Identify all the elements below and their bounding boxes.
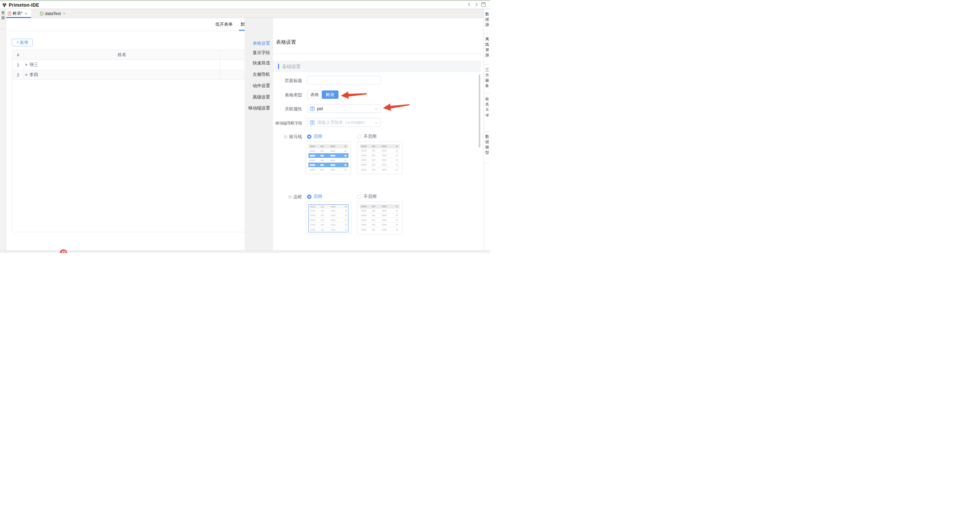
radio-selected-icon	[307, 135, 312, 139]
annotation-arrow-table-type	[340, 89, 367, 100]
editor-tab-bar: 树表* × dataTest ×	[6, 9, 490, 18]
row-index: 1	[12, 60, 24, 70]
radio-label: 启用	[313, 134, 322, 140]
column-header-index: #	[12, 50, 24, 59]
zebra-radio-on[interactable]: 启用	[307, 134, 322, 140]
tab-label: dataTest	[45, 11, 61, 16]
table-type-option-table[interactable]: 表格	[307, 91, 322, 99]
radio-label: 不启用	[363, 194, 377, 200]
database-icon	[40, 11, 44, 16]
nav-forward-icon[interactable]	[474, 2, 479, 7]
field-type-icon: T	[310, 121, 314, 125]
right-rail-item-namedsql: 命名Sql	[484, 94, 490, 132]
radio-unselected-icon	[357, 135, 361, 139]
column-header-empty	[220, 50, 245, 59]
section-basic-settings: 基础设置	[273, 61, 481, 72]
menu-quick-filter[interactable]: 快速筛选	[253, 60, 270, 66]
gear-icon: ⚙	[288, 194, 292, 199]
menu-mobile-settings[interactable]: 移动端设置	[248, 105, 270, 111]
row-index: 2	[12, 70, 24, 80]
radio-label: 不启用	[363, 134, 377, 140]
table-row[interactable]: 2 李四	[12, 70, 245, 80]
tab-label: 树表*	[13, 11, 23, 16]
nav-back-icon[interactable]	[467, 2, 472, 7]
menu-advanced[interactable]: 高级设置	[253, 94, 270, 100]
border-label-text: 边框	[293, 194, 302, 200]
table-type-segmented: 表格 树表	[307, 91, 339, 99]
page-title-input[interactable]	[307, 76, 381, 84]
right-rail: 数据源 离线资源 三方服务 命名Sql 数据模型	[484, 9, 490, 253]
zebra-radio-off[interactable]: 不启用	[357, 134, 377, 140]
cell-name: 张三	[29, 62, 38, 68]
rail-label[interactable]: 离线资源	[485, 37, 489, 64]
relation-value: pid	[317, 106, 323, 111]
right-rail-item-thirdparty: 三方服务	[484, 65, 490, 94]
table-type-option-tree[interactable]: 树表	[322, 91, 339, 99]
zebra-label-text: 斑马线	[289, 134, 302, 140]
menu-left-nav[interactable]: 左侧导航	[253, 72, 270, 78]
border-radio-on[interactable]: 启用	[307, 194, 322, 200]
border-preview-enabled	[306, 202, 351, 234]
form-file-icon	[8, 11, 11, 16]
table-row[interactable]: 1 张三	[12, 60, 245, 70]
expand-caret-icon[interactable]	[26, 73, 27, 76]
panel-scrollbar[interactable]	[479, 75, 480, 148]
radio-label: 启用	[313, 194, 322, 200]
panel-divider	[273, 53, 481, 54]
left-rail-item-resources[interactable]: 资源	[1, 10, 5, 21]
right-rail-item-offline: 离线资源	[484, 34, 490, 65]
rail-label[interactable]: 三方服务	[485, 67, 489, 93]
label-page-title: 页面标题	[273, 78, 302, 84]
rail-label[interactable]: 命名Sql	[485, 96, 489, 131]
zebra-preview-enabled	[306, 142, 351, 174]
section-accent-bar	[278, 64, 279, 69]
app-logo-icon	[2, 2, 7, 8]
settings-menu: 表格设置 显示字段 快速筛选 左侧导航 动作设置 高级设置 移动端设置	[245, 18, 273, 253]
border-preview-disabled	[357, 202, 402, 234]
right-rail-item-datamodel: 数据模型	[484, 132, 490, 163]
column-header-name: 姓名	[24, 50, 220, 59]
radio-unselected-icon	[357, 194, 361, 199]
label-border: ⚙ 边框	[273, 194, 302, 200]
menu-display-fields[interactable]: 显示字段	[253, 50, 270, 56]
tab-close-icon[interactable]: ×	[63, 11, 65, 16]
border-radio-off[interactable]: 不启用	[357, 194, 377, 200]
annotation-arrow-relation	[382, 100, 410, 113]
bottom-status-strip	[0, 250, 490, 253]
subtab-lowcode-form[interactable]: 低开表单	[215, 21, 233, 27]
menu-table-settings[interactable]: 表格设置	[253, 40, 270, 46]
label-zebra: ⚙ 斑马线	[273, 134, 302, 140]
field-type-icon: T	[310, 107, 314, 111]
rail-label[interactable]: 数据模型	[485, 134, 489, 163]
panel-title: 表格设置	[276, 39, 296, 45]
label-mobile-nav-field: 移动端导航字段	[273, 121, 302, 126]
menu-action-settings[interactable]: 动作设置	[253, 83, 270, 89]
relation-select[interactable]: T pid	[307, 104, 381, 113]
right-rail-item-datasource: 数据源	[484, 9, 490, 34]
add-row-button[interactable]: + 新增	[12, 39, 33, 46]
expand-caret-icon[interactable]	[26, 64, 27, 66]
zebra-preview-disabled	[357, 142, 402, 174]
title-bar: Primeton-IDE	[0, 1, 490, 9]
tab-datatest[interactable]: dataTest ×	[35, 9, 66, 18]
mobile-nav-select[interactable]: T 请输入字段名（v-model）	[307, 118, 381, 127]
cell-empty	[220, 70, 245, 80]
rail-label[interactable]: 数据源	[485, 11, 489, 33]
settings-panel: 表格设置 基础设置 页面标题 表格类型 表格 树表 关联属性 T pid 移动端…	[273, 18, 484, 253]
table-header: # 姓名	[12, 50, 245, 60]
chevron-down-icon	[375, 107, 377, 110]
subtab-active-underline	[239, 30, 245, 31]
tree-table: # 姓名 1 张三 2 李四	[12, 50, 245, 232]
app-title: Primeton-IDE	[9, 2, 39, 8]
tab-close-icon[interactable]: ×	[25, 11, 27, 16]
save-icon[interactable]	[481, 2, 486, 7]
error-badge[interactable]	[60, 249, 67, 253]
label-relation-attr: 关联属性	[273, 106, 302, 112]
chevron-down-icon	[375, 121, 377, 124]
gear-icon: ⚙	[283, 135, 288, 139]
mobile-nav-placeholder: 请输入字段名（v-model）	[317, 119, 367, 126]
cell-name: 李四	[29, 72, 38, 78]
left-rail-divider	[0, 29, 6, 29]
radio-selected-icon	[307, 194, 312, 199]
tab-tree-table[interactable]: 树表* ×	[6, 9, 31, 18]
